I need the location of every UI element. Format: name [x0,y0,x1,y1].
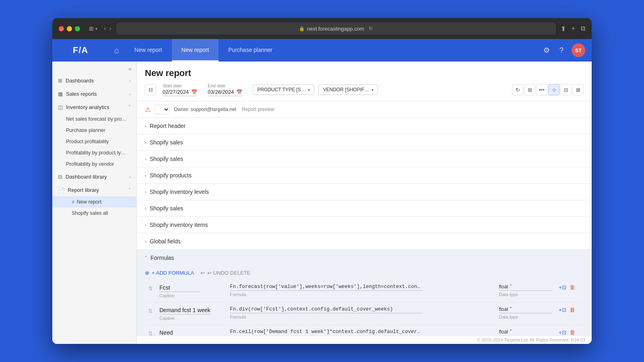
report-layout-icon[interactable]: ⊟ [145,84,156,95]
share-icon[interactable]: ⬆ [561,25,566,33]
formula-add-col-btn-3[interactable]: +⊡ [559,329,566,335]
end-date-value: 03/28/2024 [208,89,234,95]
vendor-filter[interactable]: VENDOR [SHOPIF… ▾ [318,84,378,95]
section-shopify-sales-3[interactable]: › Shopify sales [137,200,592,217]
formula-delete-btn-1[interactable]: 🗑 [570,284,575,290]
chevron-down-icon-type-2: ˅ [510,306,512,312]
formula-name-3[interactable]: Need [159,329,200,335]
browser-window: ⊞ ▾ ‹ › 🔒 next.forecastingapp.com ↻ ⬆ + … [52,18,592,344]
sidebar-sub-shopify-sales-all[interactable]: Shopify sales all [52,208,136,219]
sidebar-sub-product-profitability[interactable]: Product profitability [52,136,136,147]
sidebar-item-sales-reports[interactable]: ▦ Sales reports › [52,88,136,100]
sidebar-sub-net-sales-forecast[interactable]: Net sales forecast by pro… [52,113,136,125]
formula-caption-sublabel-1: Caption [159,293,223,298]
formula-type-value-3: float [499,329,508,335]
formula-type-select-1[interactable]: float ˅ [499,284,552,291]
tab-new-report-1[interactable]: New report [125,39,171,62]
drag-handle-icon-3[interactable]: ⇅ [148,330,153,335]
formula-delete-btn-3[interactable]: 🗑 [570,329,575,335]
section-shopify-inventory-items[interactable]: › Shopify inventory items [137,217,592,233]
undo-delete-button[interactable]: ↩ ↩ UNDO DELETE [200,270,250,276]
formula-type-sublabel-1: Data type [499,292,552,297]
maximize-button[interactable] [75,26,80,31]
sidebar-item-report-library[interactable]: 📄 Report library ˅ [52,184,136,196]
settings-button[interactable]: ⚙ [542,44,551,56]
home-button[interactable]: ⌂ [109,46,125,55]
sidebar-item-inventory-analytics[interactable]: ◫ Inventory analytics ˅ [52,101,136,113]
formulas-header[interactable]: ˅ Formulas [137,250,592,266]
add-formula-button[interactable]: ⊕ + ADD FORMULA [145,270,194,276]
table-row: ⇅ Demand fcst 1 week Caption Fn.div(row[… [145,302,584,325]
tab-purchase-planner[interactable]: Purchase planner [219,39,282,62]
section-global-fields[interactable]: › Global fields [137,233,592,250]
expand-btn[interactable]: ⊠ [572,84,584,95]
end-date-row: 03/28/2024 📅 [208,89,242,96]
formula-type-select-2[interactable]: float ˅ [499,306,552,313]
sidebar-sub-profitability-by-product[interactable]: Profitability by product ty… [52,147,136,158]
section-shopify-sales-2[interactable]: › Shopify sales [137,151,592,167]
sidebar-sales-reports-label: Sales reports [66,91,126,97]
formula-type-cell-1: float ˅ Data type [496,280,555,302]
formula-code-3[interactable]: Fn.ceil(row['Demand fcst 1 week']*contex… [230,329,423,335]
reload-button[interactable]: ↻ [369,26,373,31]
sidebar-toggle[interactable]: ⊞ ▾ [89,25,97,32]
chevron-right-icon-sp: › [145,173,147,178]
sidebar-collapse-icon[interactable]: « [128,66,132,72]
more-options-btn[interactable]: ••• [536,84,547,95]
sidebar-sub-profitability-by-vendor[interactable]: Profitability by vendor [52,158,136,170]
undo-delete-label: ↩ UNDO DELETE [207,270,250,276]
section-shopify-products-label: Shopify products [150,172,192,179]
sidebar-sub-purchase-planner[interactable]: Purchase planner [52,125,136,136]
section-shopify-products[interactable]: › Shopify products [137,167,592,184]
table-view-btn[interactable]: ⊞ [524,84,535,95]
formula-name-1[interactable]: Fcst [159,284,200,292]
chevron-down-icon-4: ▾ [372,88,374,92]
section-shopify-sales-1-label: Shopify sales [150,139,183,146]
tabs-overview-icon[interactable]: ⧉ [581,25,585,33]
sidebar-item-dashboards[interactable]: ⊞ Dashboards › [52,74,136,87]
new-tab-icon[interactable]: + [572,25,575,33]
sidebar-report-library-label: Report library [68,187,125,193]
address-bar[interactable]: 🔒 next.forecastingapp.com ↻ [116,23,556,35]
drag-handle-icon-2[interactable]: ⇅ [148,308,153,314]
minimize-button[interactable] [67,26,72,31]
report-controls: ⊟ Start date 02/27/2024 📅 End date 03 [145,83,584,96]
formula-name-2[interactable]: Demand fcst 1 week [159,307,211,315]
formula-delete-btn-2[interactable]: 🗑 [570,306,575,313]
back-button[interactable]: ‹ [104,25,106,32]
formula-code-2[interactable]: Fn.div(row['Fcst'],context.config.defaul… [230,306,423,313]
product-type-filter[interactable]: PRODUCT TYPE [S… ▾ [253,84,314,95]
forward-button[interactable]: › [109,25,111,32]
close-button[interactable] [59,26,64,31]
split-view-btn[interactable]: ⊟ [560,84,572,95]
formula-add-col-btn-1[interactable]: +⊡ [559,284,566,290]
formula-formula-cell-1: Fn.forecast(row['value'],weeks=row['week… [227,280,496,302]
section-shopify-sales-1[interactable]: › Shopify sales [137,134,592,151]
section-report-header[interactable]: › Report header [137,118,592,134]
help-button[interactable]: ? [558,45,565,56]
warning-select[interactable] [155,105,170,114]
sidebar-sub-new-report[interactable]: ≡ New report [52,196,136,208]
user-avatar[interactable]: ST [572,43,585,57]
chevron-right-icon: › [129,78,131,83]
chevron-right-icon-rh: › [145,123,147,128]
formula-code-1[interactable]: Fn.forecast(row['value'],weeks=row['week… [230,284,423,291]
formula-add-col-btn-2[interactable]: +⊡ [559,307,566,313]
drag-handle-icon[interactable]: ⇅ [148,285,153,292]
formula-type-select-3[interactable]: float ˅ [499,329,552,335]
calendar-icon-start[interactable]: 📅 [191,89,197,95]
cursor-btn[interactable]: ⊹ [548,84,559,95]
sidebar-item-dashboard-library[interactable]: ⊟ Dashboard library › [52,171,136,183]
section-global-fields-label: Global fields [150,238,181,245]
section-shopify-inventory-levels[interactable]: › Shopify inventory levels [137,184,592,200]
tab-new-report-2[interactable]: New report [172,39,219,62]
formula-type-value-2: float [499,306,508,312]
calendar-icon-end[interactable]: 📅 [236,89,242,95]
refresh-btn[interactable]: ↻ [512,84,523,95]
section-shopify-sales-2-label: Shopify sales [150,156,183,162]
chevron-right-icon-ss2: › [145,156,147,161]
formula-actions-2: +⊡ 🗑 [559,306,580,313]
formula-formula-sublabel-1: Formula [230,292,493,297]
chevron-right-icon-3: › [129,175,131,179]
end-date-label: End date [208,83,242,88]
